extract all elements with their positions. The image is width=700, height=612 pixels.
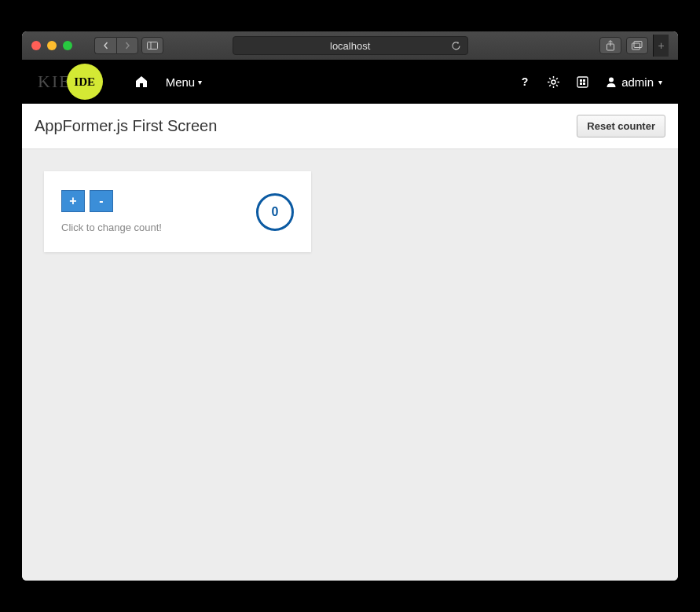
chevron-down-icon: ▾: [658, 78, 662, 86]
home-icon: [134, 75, 148, 88]
help-button[interactable]: ?: [519, 76, 530, 87]
svg-rect-4: [634, 42, 642, 48]
home-button[interactable]: [134, 75, 148, 88]
address-bar[interactable]: localhost: [233, 36, 468, 55]
menu-label: Menu: [166, 75, 196, 89]
svg-line-12: [556, 85, 558, 86]
navbar-right-items: ?: [519, 75, 662, 89]
address-bar-text: localhost: [330, 40, 370, 52]
svg-line-11: [549, 78, 551, 79]
navbar-left-items: Menu ▾: [134, 75, 203, 89]
tabs-button[interactable]: [626, 37, 648, 54]
share-icon: [606, 40, 615, 51]
increment-button[interactable]: +: [61, 190, 85, 212]
counter-button-row: + -: [61, 190, 162, 212]
decrement-button[interactable]: -: [90, 190, 113, 212]
back-button[interactable]: [94, 37, 116, 54]
grid-icon: [577, 76, 588, 88]
user-menu[interactable]: admin ▾: [606, 75, 662, 89]
minimize-window-button[interactable]: [47, 41, 57, 50]
maximize-window-button[interactable]: [63, 41, 72, 50]
traffic-lights: [31, 41, 72, 50]
svg-rect-15: [577, 77, 588, 87]
question-icon: ?: [519, 76, 530, 87]
svg-point-20: [609, 78, 614, 82]
user-label: admin: [621, 75, 654, 89]
svg-rect-18: [580, 82, 582, 85]
svg-rect-19: [583, 82, 585, 85]
menu-dropdown[interactable]: Menu ▾: [166, 75, 203, 89]
svg-text:?: ?: [522, 76, 529, 87]
user-icon: [606, 76, 617, 87]
app-navbar: KIE IDE Menu ▾ ?: [22, 60, 678, 104]
svg-line-13: [556, 78, 558, 79]
logo-ide-badge: IDE: [67, 64, 103, 100]
gear-icon: [548, 76, 559, 88]
counter-card: + - Click to change count! 0: [44, 171, 311, 252]
browser-window: localhost + KIE IDE: [22, 31, 678, 581]
browser-nav-buttons: [94, 37, 163, 54]
app-logo: KIE IDE: [38, 64, 103, 100]
share-button[interactable]: [599, 37, 621, 54]
chevron-down-icon: ▾: [198, 78, 202, 86]
counter-display: 0: [256, 193, 294, 231]
counter-value: 0: [272, 205, 279, 219]
page-title: AppFormer.js First Screen: [35, 117, 217, 135]
window-titlebar: localhost +: [22, 31, 678, 60]
reset-counter-button[interactable]: Reset counter: [577, 115, 665, 137]
page-header: AppFormer.js First Screen Reset counter: [22, 104, 678, 149]
svg-rect-3: [632, 43, 640, 49]
tabs-icon: [632, 41, 643, 50]
refresh-icon[interactable]: [451, 41, 461, 51]
svg-line-14: [549, 85, 551, 86]
new-tab-button[interactable]: +: [653, 35, 669, 57]
counter-hint: Click to change count!: [61, 222, 162, 233]
chevron-left-icon: [102, 42, 110, 49]
apps-button[interactable]: [577, 76, 588, 88]
sidebar-icon: [147, 42, 158, 49]
sidebar-toggle-button[interactable]: [141, 37, 163, 54]
svg-rect-17: [583, 79, 585, 82]
close-window-button[interactable]: [31, 41, 41, 50]
svg-rect-16: [580, 79, 582, 82]
forward-button[interactable]: [116, 37, 138, 54]
svg-point-6: [552, 80, 555, 84]
content-area: + - Click to change count! 0: [22, 149, 678, 581]
settings-button[interactable]: [548, 76, 559, 88]
chevron-right-icon: [123, 42, 131, 49]
titlebar-right: +: [599, 35, 669, 57]
counter-controls: + - Click to change count!: [61, 190, 162, 233]
svg-rect-0: [148, 42, 158, 49]
